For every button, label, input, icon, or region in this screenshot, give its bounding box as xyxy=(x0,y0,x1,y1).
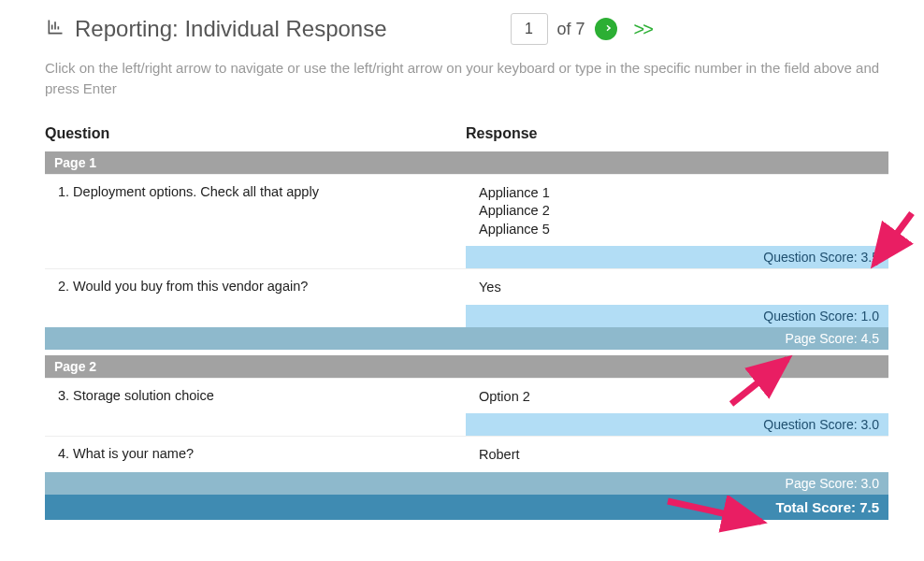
response-value: Appliance 2 xyxy=(479,202,875,221)
response-table: Page 1 1. Deployment options. Check all … xyxy=(45,151,888,520)
page-number-input[interactable] xyxy=(511,13,548,45)
question-text: 2. Would you buy from this vendor again? xyxy=(45,269,466,305)
page-title-text: Reporting: Individual Response xyxy=(75,16,387,42)
page-score: Page Score: 4.5 xyxy=(45,327,888,350)
table-row: 2. Would you buy from this vendor again?… xyxy=(45,269,888,305)
page1-header: Page 1 xyxy=(45,151,888,175)
table-row: 4. What is your name? Robert xyxy=(45,437,888,472)
page-total-label: of 7 xyxy=(557,20,585,39)
arrow-right-icon xyxy=(599,22,613,37)
page2-header: Page 2 xyxy=(45,355,888,379)
total-score: Total Score: 7.5 xyxy=(45,495,888,520)
column-question: Question xyxy=(45,125,466,142)
nav-hint: Click on the left/right arrow to navigat… xyxy=(45,58,888,99)
response-cell: Robert xyxy=(466,437,888,472)
page-nav: of 7 >> xyxy=(511,13,652,45)
page-score-row: Page Score: 4.5 xyxy=(45,327,888,350)
response-cell: Yes xyxy=(466,269,888,305)
question-score: Question Score: 3.0 xyxy=(466,413,888,436)
total-score-row: Total Score: 7.5 xyxy=(45,495,888,520)
response-value: Option 2 xyxy=(479,388,875,407)
page-title: Reporting: Individual Response xyxy=(45,16,387,42)
response-value: Yes xyxy=(479,279,875,297)
question-score: Question Score: 3.5 xyxy=(466,246,888,268)
question-score: Question Score: 1.0 xyxy=(466,305,888,327)
response-value: Robert xyxy=(479,446,875,465)
question-score-row: Question Score: 1.0 xyxy=(45,305,888,327)
page-score: Page Score: 3.0 xyxy=(45,472,888,495)
column-headers: Question Response xyxy=(45,125,888,151)
title-bar: Reporting: Individual Response of 7 >> xyxy=(45,13,888,45)
question-score-row: Question Score: 3.5 xyxy=(45,246,888,269)
question-score-row: Question Score: 3.0 xyxy=(45,413,888,437)
page-score-row: Page Score: 3.0 xyxy=(45,472,888,495)
table-row: 3. Storage solution choice Option 2 xyxy=(45,378,888,413)
chart-icon xyxy=(45,16,65,42)
column-response: Response xyxy=(466,125,888,142)
question-text: 4. What is your name? xyxy=(45,437,466,472)
table-row: 1. Deployment options. Check all that ap… xyxy=(45,174,888,246)
fast-forward-button[interactable]: >> xyxy=(634,19,652,40)
response-value: Appliance 5 xyxy=(479,221,875,239)
question-text: 1. Deployment options. Check all that ap… xyxy=(45,174,466,246)
response-cell: Option 2 xyxy=(466,378,888,413)
next-button[interactable] xyxy=(595,18,617,40)
response-cell: Appliance 1 Appliance 2 Appliance 5 xyxy=(466,174,888,246)
response-value: Appliance 1 xyxy=(479,184,875,203)
question-text: 3. Storage solution choice xyxy=(45,378,466,413)
